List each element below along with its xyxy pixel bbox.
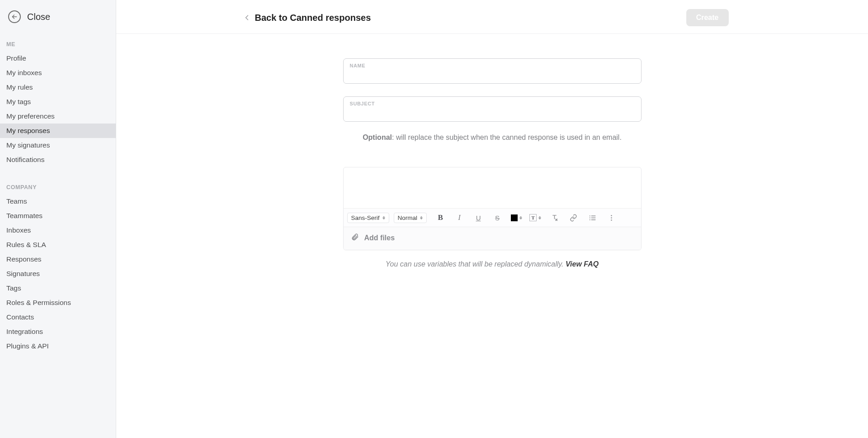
sidebar-item-inboxes[interactable]: Inboxes [0,223,116,238]
font-family-select[interactable]: Sans-Serif [347,213,389,223]
footnote-text: You can use variables that will be repla… [386,260,566,268]
close-settings-row[interactable]: Close [0,0,116,37]
settings-sidebar: Close ME Profile My inboxes My rules My … [0,0,116,438]
create-button[interactable]: Create [686,9,729,26]
updown-caret-icon [382,216,385,219]
bold-button[interactable]: B [431,211,449,224]
highlight-color-button[interactable]: T [526,211,544,224]
helper-bold: Optional [363,133,392,141]
back-to-responses-link[interactable]: Back to Canned responses [245,13,371,23]
strikethrough-button[interactable]: S [488,211,506,224]
sidebar-item-integrations[interactable]: Integrations [0,324,116,339]
rich-text-editor: Sans-Serif Normal B I U S T [343,167,642,250]
sidebar-item-responses[interactable]: Responses [0,252,116,267]
more-options-button[interactable] [602,211,620,224]
svg-point-9 [611,215,612,216]
text-color-button[interactable] [507,211,525,224]
insert-link-button[interactable] [564,211,582,224]
add-files-row[interactable]: Add files [344,227,641,250]
variables-footnote: You can use variables that will be repla… [343,260,642,268]
subject-field[interactable]: SUBJECT [343,96,642,122]
main-content: Back to Canned responses Create NAME SUB… [116,0,868,438]
svg-point-7 [589,217,590,218]
color-swatch-icon [511,214,518,221]
view-faq-link[interactable]: View FAQ [566,260,599,268]
sidebar-item-my-inboxes[interactable]: My inboxes [0,66,116,80]
name-input[interactable] [350,68,635,80]
underline-button[interactable]: U [469,211,487,224]
svg-point-10 [611,217,612,219]
updown-caret-icon [538,216,541,219]
sidebar-item-my-preferences[interactable]: My preferences [0,109,116,124]
sidebar-item-my-responses[interactable]: My responses [0,124,116,138]
sidebar-item-plugins-api[interactable]: Plugins & API [0,339,116,353]
sidebar-item-teammates[interactable]: Teammates [0,209,116,223]
text-size-value: Normal [398,214,418,221]
back-link-text: Back to Canned responses [255,13,371,23]
canned-response-form: NAME SUBJECT Optional: will replace the … [343,58,642,268]
svg-point-8 [589,219,590,220]
sidebar-item-contacts[interactable]: Contacts [0,310,116,324]
svg-point-6 [589,215,590,216]
subject-label: SUBJECT [350,101,635,106]
editor-body[interactable] [344,167,641,208]
helper-rest: : will replace the subject when the cann… [392,133,622,141]
updown-caret-icon [519,216,522,219]
sidebar-item-roles-permissions[interactable]: Roles & Permissions [0,295,116,310]
sidebar-item-notifications[interactable]: Notifications [0,152,116,167]
sidebar-item-my-tags[interactable]: My tags [0,95,116,109]
chevron-left-icon [245,14,249,21]
sidebar-item-signatures[interactable]: Signatures [0,267,116,281]
back-arrow-icon[interactable] [8,10,21,23]
paperclip-icon [351,233,359,243]
bulleted-list-button[interactable] [583,211,601,224]
sidebar-item-rules-sla[interactable]: Rules & SLA [0,238,116,252]
page-topbar: Back to Canned responses Create [116,0,868,34]
sidebar-item-tags[interactable]: Tags [0,281,116,295]
subject-helper-text: Optional: will replace the subject when … [343,133,642,142]
font-family-value: Sans-Serif [351,214,380,221]
close-label: Close [27,12,50,22]
updown-caret-icon [420,216,423,219]
sidebar-item-my-rules[interactable]: My rules [0,80,116,95]
add-files-label: Add files [364,234,395,242]
italic-button[interactable]: I [450,211,468,224]
editor-toolbar: Sans-Serif Normal B I U S T [344,208,641,227]
clear-formatting-button[interactable] [545,211,563,224]
name-field[interactable]: NAME [343,58,642,84]
text-size-select[interactable]: Normal [394,213,427,223]
subject-input[interactable] [350,106,635,118]
section-heading-me: ME [0,37,116,51]
sidebar-item-teams[interactable]: Teams [0,194,116,209]
svg-point-11 [611,219,612,221]
sidebar-item-my-signatures[interactable]: My signatures [0,138,116,152]
section-heading-company: COMPANY [0,180,116,194]
highlight-swatch-icon: T [529,214,537,221]
sidebar-item-profile[interactable]: Profile [0,51,116,66]
name-label: NAME [350,63,635,68]
